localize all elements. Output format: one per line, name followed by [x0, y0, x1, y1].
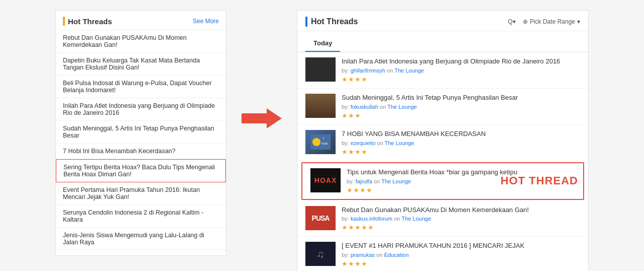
right-hot-threads-panel: Hot Threads Q▾ ⊕ Pick Date Range ▾ Today…: [297, 10, 589, 271]
list-item[interactable]: Inilah Para Atlet Indonesia yang Berjuan…: [56, 98, 226, 121]
thread-author[interactable]: kaskus.infoforum: [351, 216, 392, 222]
thread-forum[interactable]: Education: [384, 252, 409, 258]
list-item[interactable]: Dapetin Buku Keluarga Tak Kasat Mata Ber…: [56, 53, 226, 76]
right-thread-list: Inilah Para Atlet Indonesia yang Berjuan…: [297, 52, 588, 271]
thread-title[interactable]: Sudah Meninggal, 5 Artis Ini Tetap Punya…: [342, 94, 580, 102]
hot-thread-item: PUSA Rebut Dan Gunakan PUSAKAmu Di Momen…: [297, 201, 588, 237]
today-section: Today: [297, 31, 588, 52]
thread-stars: ★★★★: [342, 148, 580, 156]
chevron-down-icon: ▾: [577, 18, 580, 25]
list-item[interactable]: Event Pertama Hari Pramuka Tahun 2016: I…: [56, 182, 226, 205]
date-range-picker[interactable]: ⊕ Pick Date Range ▾: [523, 18, 580, 25]
left-title-text: Hot Threads: [68, 17, 112, 26]
thread-stars: ★★★★★: [342, 224, 580, 231]
date-range-label: Pick Date Range: [530, 18, 575, 25]
thread-title[interactable]: [ EVENT #1 HARI PRAMUKA TAHUN 2016 ] MEN…: [342, 242, 580, 250]
today-label: Today: [305, 35, 340, 52]
thread-forum[interactable]: The Lounge: [387, 104, 417, 110]
thread-title[interactable]: 7 HOBI YANG BISA MENAMBAH KECERDASAN: [342, 130, 580, 139]
left-hot-threads-panel: Hot Threads See More Rebut Dan Gunakan P…: [55, 10, 226, 256]
thread-thumbnail: ♫: [305, 242, 336, 266]
thread-forum[interactable]: The Lounge: [394, 67, 424, 74]
calendar-icon: ⊕: [523, 18, 528, 25]
thread-forum[interactable]: The Lounge: [401, 216, 431, 222]
list-item[interactable]: Sudah Meninggal, 5 Artis Ini Tetap Punya…: [56, 121, 226, 144]
thread-forum[interactable]: The Lounge: [381, 178, 411, 184]
hot-thread-item: HOAX Tips untuk Mengenali Berita Hoax *b…: [301, 162, 584, 200]
thread-meta: by: ghifarifrmnsyh on The Lounge: [342, 67, 580, 74]
thread-thumbnail: 7HOBI: [305, 130, 336, 154]
right-title-accent-bar: [305, 17, 307, 27]
svg-text:HOBI: HOBI: [321, 142, 328, 145]
hot-thread-label: HOT THREAD: [501, 174, 578, 187]
right-controls: Q▾ ⊕ Pick Date Range ▾: [508, 18, 580, 25]
list-item[interactable]: Beli Pulsa Indosat di Warung e-Pulsa, Da…: [56, 76, 226, 98]
right-panel-title: Hot Threads: [305, 17, 358, 27]
thread-stars: ★★★★: [342, 76, 580, 83]
list-item[interactable]: Rebut Dan Gunakan PUSAKAmu Di Momen Keme…: [56, 30, 226, 53]
see-more-link[interactable]: See More: [193, 18, 219, 25]
thread-info: 7 HOBI YANG BISA MENAMBAH KECERDASAN by:…: [342, 130, 580, 156]
thread-thumbnail: [305, 94, 336, 118]
thread-title[interactable]: Rebut Dan Gunakan PUSAKAmu Di Momen Keme…: [342, 206, 580, 215]
hot-thread-item: 7HOBI 7 HOBI YANG BISA MENAMBAH KECERDAS…: [297, 125, 588, 161]
hot-thread-item: Inilah Para Atlet Indonesia yang Berjuan…: [297, 52, 588, 89]
thread-stars: ★★★: [342, 112, 580, 119]
thread-info: Rebut Dan Gunakan PUSAKAmu Di Momen Keme…: [342, 206, 580, 232]
thread-info: [ EVENT #1 HARI PRAMUKA TAHUN 2016 ] MEN…: [342, 242, 580, 267]
thread-meta: by: kaskus.infoforum on The Lounge: [342, 216, 580, 222]
hot-thread-item: Sudah Meninggal, 5 Artis Ini Tetap Punya…: [297, 89, 588, 125]
hot-thread-item: ♫ [ EVENT #1 HARI PRAMUKA TAHUN 2016 ] M…: [297, 237, 588, 271]
thread-meta: by: fokuskullah on The Lounge: [342, 104, 580, 110]
thread-info: Sudah Meninggal, 5 Artis Ini Tetap Punya…: [342, 94, 580, 119]
right-title-text: Hot Threads: [311, 17, 358, 26]
thread-stars: ★★★★: [342, 260, 580, 267]
left-thread-list: Rebut Dan Gunakan PUSAKAmu Di Momen Keme…: [56, 30, 226, 250]
right-panel-header: Hot Threads Q▾ ⊕ Pick Date Range ▾: [297, 11, 588, 31]
thread-author[interactable]: pramukas: [351, 252, 375, 258]
thread-meta: by: ezequielio on The Lounge: [342, 140, 580, 146]
thread-meta: by: pramukas on Education: [342, 252, 580, 258]
thread-author[interactable]: ghifarifrmnsyh: [351, 67, 385, 74]
arrow-pointer: [242, 108, 282, 128]
title-accent-bar: [63, 17, 65, 26]
list-item[interactable]: Jenis-Jenis Siswa Mengemudi yang Lalu-La…: [56, 228, 226, 250]
thread-title[interactable]: Inilah Para Atlet Indonesia yang Berjuan…: [342, 57, 580, 66]
thread-thumbnail: HOAX: [310, 168, 341, 192]
list-item[interactable]: Sering Tertipu Berita Hoax? Baca Dulu Ti…: [56, 159, 226, 182]
thread-thumbnail: PUSA: [305, 206, 336, 230]
thread-forum[interactable]: The Lounge: [384, 140, 414, 146]
search-icon[interactable]: Q▾: [508, 18, 516, 25]
thread-author[interactable]: ezequielio: [351, 140, 376, 146]
list-item[interactable]: 7 Hobi Ini Bisa Menambah Kecerdasan?: [56, 144, 226, 159]
list-item[interactable]: Serunya Cendolin Indonesia 2 di Regional…: [56, 205, 226, 228]
left-panel-header: Hot Threads See More: [56, 11, 226, 30]
thread-thumbnail: [305, 57, 336, 82]
search-button[interactable]: Q▾: [508, 18, 516, 25]
thread-info: Inilah Para Atlet Indonesia yang Berjuan…: [342, 57, 580, 83]
left-panel-title: Hot Threads: [63, 17, 112, 26]
svg-point-1: [312, 138, 320, 146]
thread-author[interactable]: fokuskullah: [351, 104, 378, 110]
thread-author[interactable]: fajrulfa: [356, 178, 372, 184]
